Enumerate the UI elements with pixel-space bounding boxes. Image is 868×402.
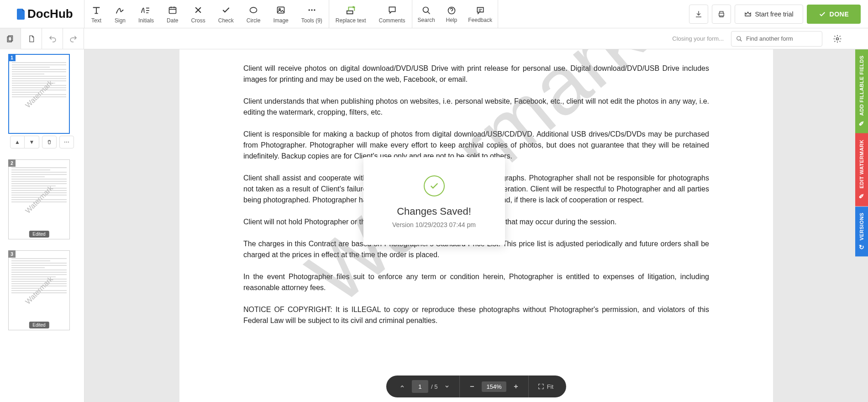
cross-icon xyxy=(193,5,204,16)
svg-point-8 xyxy=(423,7,428,12)
page-navigator: / 5 154% Fit xyxy=(386,376,566,397)
zoom-in-button[interactable] xyxy=(509,380,523,393)
done-button[interactable]: DONE xyxy=(807,5,861,24)
svg-point-6 xyxy=(314,9,315,11)
print-button[interactable] xyxy=(712,5,731,24)
settings-button[interactable] xyxy=(830,31,845,47)
more-icon xyxy=(306,5,317,16)
modal-title: Changes Saved! xyxy=(373,206,496,217)
search-icon xyxy=(421,5,432,16)
help-icon xyxy=(446,5,457,16)
thumbnail-page-2[interactable]: 2 Watermark Edited xyxy=(5,159,79,239)
thumb-more[interactable]: ⋯ xyxy=(59,136,74,148)
brand-logo[interactable]: DocHub xyxy=(16,7,73,21)
doc-icon xyxy=(16,9,26,20)
closing-status: Closing your form... xyxy=(672,35,724,42)
side-tabs: ✎ ADD FILLABLE FIELDS ✎ EDIT WATERMARK ↻… xyxy=(855,49,868,256)
thumbnails-panel: 1 Watermark ▲ ▼ ⋯ 2 Watermark Edi xyxy=(0,49,84,402)
find-form-input[interactable]: Find another form xyxy=(731,31,822,47)
feedback-tool[interactable]: Feedback xyxy=(463,0,498,28)
next-page-button[interactable] xyxy=(440,380,454,393)
cross-tool[interactable]: Cross xyxy=(184,0,211,28)
svg-rect-2 xyxy=(278,7,284,13)
page-total: / 5 xyxy=(431,383,437,390)
undo-button[interactable] xyxy=(42,28,63,49)
image-tool[interactable]: Image xyxy=(267,0,295,28)
replace-icon xyxy=(345,5,356,16)
calendar-icon xyxy=(167,5,178,16)
main-toolbar: DocHub Text Sign Initials Date Cro xyxy=(0,0,868,28)
logo-section: DocHub xyxy=(0,0,84,28)
thumbnail-page-1[interactable]: 1 Watermark ▲ ▼ ⋯ xyxy=(5,54,79,148)
thumb-delete[interactable] xyxy=(42,136,57,148)
start-trial-button[interactable]: Start free trial xyxy=(735,5,803,24)
versions-tab[interactable]: ↻ VERSIONS xyxy=(855,206,868,256)
edit-watermark-tab[interactable]: ✎ EDIT WATERMARK xyxy=(855,133,868,206)
edited-badge: Edited xyxy=(29,322,49,328)
page-input[interactable] xyxy=(412,380,428,393)
fit-button[interactable]: Fit xyxy=(534,383,557,390)
zoom-level: 154% xyxy=(482,381,506,392)
brand-name: DocHub xyxy=(27,7,73,21)
download-button[interactable] xyxy=(689,5,708,24)
comments-tool[interactable]: Comments xyxy=(373,0,412,28)
document-panel-toggle[interactable] xyxy=(21,28,42,49)
success-check-icon xyxy=(424,175,445,196)
done-check-icon xyxy=(819,11,826,18)
edited-badge: Edited xyxy=(29,231,49,238)
redo-button[interactable] xyxy=(63,28,84,49)
sign-tool[interactable]: Sign xyxy=(108,0,132,28)
thumb-number: 1 xyxy=(8,54,16,61)
thumbnail-page-3[interactable]: 3 Watermark Edited xyxy=(5,250,79,330)
tools-more[interactable]: Tools (9) xyxy=(295,0,329,28)
replace-text-tool[interactable]: Replace text xyxy=(329,0,373,28)
pages-panel-toggle[interactable] xyxy=(0,28,21,49)
add-fillable-fields-tab[interactable]: ✎ ADD FILLABLE FIELDS xyxy=(855,49,868,133)
thumb-move-down[interactable]: ▼ xyxy=(25,136,39,148)
fields-icon: ✎ xyxy=(858,120,866,127)
date-tool[interactable]: Date xyxy=(160,0,184,28)
fit-icon xyxy=(538,383,544,390)
thumb-number: 3 xyxy=(8,250,16,258)
initials-icon xyxy=(141,5,152,16)
changes-saved-modal: Changes Saved! Version 10/29/2023 07:44 … xyxy=(363,157,505,245)
modal-subtitle: Version 10/29/2023 07:44 pm xyxy=(373,221,496,228)
svg-point-13 xyxy=(737,36,741,40)
sign-icon xyxy=(115,5,126,16)
comment-icon xyxy=(387,5,398,16)
image-icon xyxy=(275,5,286,16)
secondary-toolbar: Closing your form... Find another form xyxy=(0,28,868,49)
svg-rect-0 xyxy=(169,7,176,13)
feedback-icon xyxy=(475,5,486,16)
svg-rect-10 xyxy=(719,13,724,16)
watermark-tab-icon: ✎ xyxy=(858,192,866,200)
zoom-out-button[interactable] xyxy=(465,380,479,393)
initials-tool[interactable]: Initials xyxy=(132,0,160,28)
search-icon xyxy=(736,36,742,42)
help-tool[interactable]: Help xyxy=(441,0,463,28)
crown-icon xyxy=(744,11,752,18)
svg-point-1 xyxy=(250,7,257,13)
text-tool[interactable]: Text xyxy=(84,0,108,28)
svg-point-5 xyxy=(311,9,312,11)
svg-rect-7 xyxy=(347,11,353,13)
circle-icon xyxy=(248,5,259,16)
text-icon xyxy=(91,5,102,16)
check-icon xyxy=(221,5,231,16)
thumb-move-up[interactable]: ▲ xyxy=(10,136,25,148)
thumb-number: 2 xyxy=(8,159,16,167)
svg-point-4 xyxy=(308,9,310,11)
search-tool[interactable]: Search xyxy=(412,0,441,28)
check-tool[interactable]: Check xyxy=(212,0,240,28)
circle-tool[interactable]: Circle xyxy=(240,0,267,28)
prev-page-button[interactable] xyxy=(395,380,409,393)
svg-point-14 xyxy=(836,37,839,40)
versions-icon: ↻ xyxy=(859,243,865,251)
